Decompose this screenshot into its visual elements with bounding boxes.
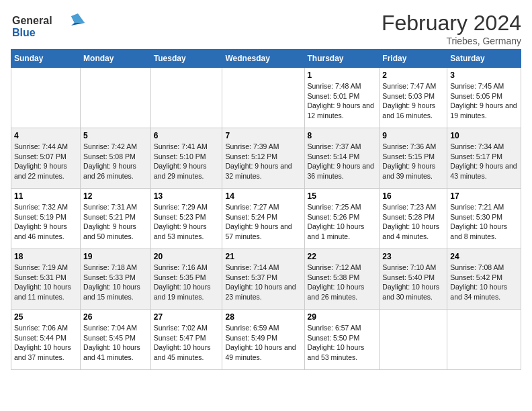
day-info: Sunrise: 7:06 AM Sunset: 5:44 PM Dayligh… (14, 323, 77, 363)
calendar-cell (150, 68, 222, 128)
day-info: Sunrise: 7:41 AM Sunset: 5:10 PM Dayligh… (154, 142, 220, 181)
column-header-monday: Monday (81, 50, 151, 68)
day-info: Sunrise: 7:27 AM Sunset: 5:24 PM Dayligh… (225, 202, 301, 242)
header-row: SundayMondayTuesdayWednesdayThursdayFrid… (11, 50, 521, 68)
svg-text:Blue: Blue (12, 27, 36, 38)
week-row-1: 1Sunrise: 7:48 AM Sunset: 5:01 PM Daylig… (11, 68, 521, 128)
day-number: 12 (83, 191, 148, 201)
day-info: Sunrise: 7:25 AM Sunset: 5:26 PM Dayligh… (308, 202, 377, 242)
calendar-cell: 28Sunrise: 6:59 AM Sunset: 5:49 PM Dayli… (222, 310, 304, 370)
column-header-wednesday: Wednesday (222, 50, 304, 68)
day-number: 29 (308, 312, 377, 322)
day-number: 18 (14, 252, 77, 261)
calendar-cell: 27Sunrise: 7:02 AM Sunset: 5:47 PM Dayli… (150, 310, 222, 370)
day-info: Sunrise: 7:32 AM Sunset: 5:19 PM Dayligh… (14, 202, 77, 242)
day-number: 16 (382, 191, 444, 201)
calendar-cell: 16Sunrise: 7:23 AM Sunset: 5:28 PM Dayli… (380, 189, 447, 249)
calendar-cell: 6Sunrise: 7:41 AM Sunset: 5:10 PM Daylig… (150, 128, 222, 189)
day-number: 7 (225, 131, 301, 140)
week-row-3: 11Sunrise: 7:32 AM Sunset: 5:19 PM Dayli… (11, 189, 521, 249)
header: General Blue February 2024 Triebes, Germ… (11, 11, 521, 46)
calendar-cell: 10Sunrise: 7:34 AM Sunset: 5:17 PM Dayli… (447, 128, 521, 189)
day-info: Sunrise: 7:29 AM Sunset: 5:23 PM Dayligh… (154, 202, 220, 242)
day-number: 21 (225, 252, 301, 261)
week-row-2: 4Sunrise: 7:44 AM Sunset: 5:07 PM Daylig… (11, 128, 521, 189)
calendar-cell (380, 310, 447, 370)
calendar-cell: 21Sunrise: 7:14 AM Sunset: 5:37 PM Dayli… (222, 249, 304, 310)
day-info: Sunrise: 7:44 AM Sunset: 5:07 PM Dayligh… (14, 142, 77, 181)
calendar-cell: 26Sunrise: 7:04 AM Sunset: 5:45 PM Dayli… (81, 310, 151, 370)
logo-text: General Blue (11, 11, 85, 43)
calendar-cell: 4Sunrise: 7:44 AM Sunset: 5:07 PM Daylig… (11, 128, 81, 189)
calendar-cell: 9Sunrise: 7:36 AM Sunset: 5:15 PM Daylig… (380, 128, 447, 189)
day-info: Sunrise: 7:02 AM Sunset: 5:47 PM Dayligh… (154, 323, 220, 363)
day-number: 9 (382, 131, 444, 140)
calendar-cell: 1Sunrise: 7:48 AM Sunset: 5:01 PM Daylig… (304, 68, 380, 128)
calendar-cell: 11Sunrise: 7:32 AM Sunset: 5:19 PM Dayli… (11, 189, 81, 249)
calendar-cell (222, 68, 304, 128)
day-info: Sunrise: 7:14 AM Sunset: 5:37 PM Dayligh… (225, 263, 301, 302)
calendar-cell: 23Sunrise: 7:10 AM Sunset: 5:40 PM Dayli… (380, 249, 447, 310)
page-subtitle: Triebes, Germany (382, 36, 521, 46)
day-number: 28 (225, 312, 301, 322)
calendar-cell: 12Sunrise: 7:31 AM Sunset: 5:21 PM Dayli… (81, 189, 151, 249)
day-number: 4 (14, 131, 77, 140)
calendar-cell (447, 310, 521, 370)
day-info: Sunrise: 7:04 AM Sunset: 5:45 PM Dayligh… (83, 323, 148, 363)
calendar-cell: 5Sunrise: 7:42 AM Sunset: 5:08 PM Daylig… (81, 128, 151, 189)
title-area: February 2024 Triebes, Germany (382, 11, 521, 46)
calendar-cell: 18Sunrise: 7:19 AM Sunset: 5:31 PM Dayli… (11, 249, 81, 310)
day-number: 19 (83, 252, 148, 261)
day-number: 15 (308, 191, 377, 201)
calendar-cell: 2Sunrise: 7:47 AM Sunset: 5:03 PM Daylig… (380, 68, 447, 128)
calendar-cell: 24Sunrise: 7:08 AM Sunset: 5:42 PM Dayli… (447, 249, 521, 310)
column-header-tuesday: Tuesday (150, 50, 222, 68)
day-info: Sunrise: 7:39 AM Sunset: 5:12 PM Dayligh… (225, 142, 301, 181)
day-info: Sunrise: 6:57 AM Sunset: 5:50 PM Dayligh… (308, 323, 377, 363)
day-info: Sunrise: 7:34 AM Sunset: 5:17 PM Dayligh… (450, 142, 518, 181)
day-number: 5 (83, 131, 148, 140)
day-number: 3 (450, 71, 518, 80)
day-number: 14 (225, 191, 301, 201)
day-number: 26 (83, 312, 148, 322)
day-info: Sunrise: 7:47 AM Sunset: 5:03 PM Dayligh… (382, 81, 444, 121)
day-number: 23 (382, 252, 444, 261)
logo: General Blue (11, 11, 85, 43)
calendar-cell: 25Sunrise: 7:06 AM Sunset: 5:44 PM Dayli… (11, 310, 81, 370)
day-info: Sunrise: 7:42 AM Sunset: 5:08 PM Dayligh… (83, 142, 148, 181)
calendar-cell: 17Sunrise: 7:21 AM Sunset: 5:30 PM Dayli… (447, 189, 521, 249)
day-info: Sunrise: 7:31 AM Sunset: 5:21 PM Dayligh… (83, 202, 148, 242)
week-row-4: 18Sunrise: 7:19 AM Sunset: 5:31 PM Dayli… (11, 249, 521, 310)
week-row-5: 25Sunrise: 7:06 AM Sunset: 5:44 PM Dayli… (11, 310, 521, 370)
column-header-friday: Friday (380, 50, 447, 68)
calendar-cell: 14Sunrise: 7:27 AM Sunset: 5:24 PM Dayli… (222, 189, 304, 249)
calendar-cell: 13Sunrise: 7:29 AM Sunset: 5:23 PM Dayli… (150, 189, 222, 249)
day-info: Sunrise: 7:21 AM Sunset: 5:30 PM Dayligh… (450, 202, 518, 242)
day-number: 22 (308, 252, 377, 261)
calendar-cell (11, 68, 81, 128)
day-info: Sunrise: 6:59 AM Sunset: 5:49 PM Dayligh… (225, 323, 301, 363)
day-number: 25 (14, 312, 77, 322)
page-title: February 2024 (382, 11, 521, 36)
day-number: 8 (308, 131, 377, 140)
svg-marker-3 (71, 13, 85, 23)
calendar-table: SundayMondayTuesdayWednesdayThursdayFrid… (11, 49, 521, 370)
column-header-sunday: Sunday (11, 50, 81, 68)
day-info: Sunrise: 7:10 AM Sunset: 5:40 PM Dayligh… (382, 263, 444, 302)
day-info: Sunrise: 7:16 AM Sunset: 5:35 PM Dayligh… (154, 263, 220, 302)
day-number: 6 (154, 131, 220, 140)
day-info: Sunrise: 7:48 AM Sunset: 5:01 PM Dayligh… (308, 81, 377, 121)
day-number: 11 (14, 191, 77, 201)
calendar-cell: 29Sunrise: 6:57 AM Sunset: 5:50 PM Dayli… (304, 310, 380, 370)
day-number: 17 (450, 191, 518, 201)
calendar-cell: 20Sunrise: 7:16 AM Sunset: 5:35 PM Dayli… (150, 249, 222, 310)
calendar-cell: 3Sunrise: 7:45 AM Sunset: 5:05 PM Daylig… (447, 68, 521, 128)
day-info: Sunrise: 7:12 AM Sunset: 5:38 PM Dayligh… (308, 263, 377, 302)
day-info: Sunrise: 7:23 AM Sunset: 5:28 PM Dayligh… (382, 202, 444, 242)
day-info: Sunrise: 7:18 AM Sunset: 5:33 PM Dayligh… (83, 263, 148, 302)
calendar-cell (81, 68, 151, 128)
day-number: 20 (154, 252, 220, 261)
calendar-cell: 7Sunrise: 7:39 AM Sunset: 5:12 PM Daylig… (222, 128, 304, 189)
day-number: 10 (450, 131, 518, 140)
svg-text:General: General (12, 15, 52, 26)
